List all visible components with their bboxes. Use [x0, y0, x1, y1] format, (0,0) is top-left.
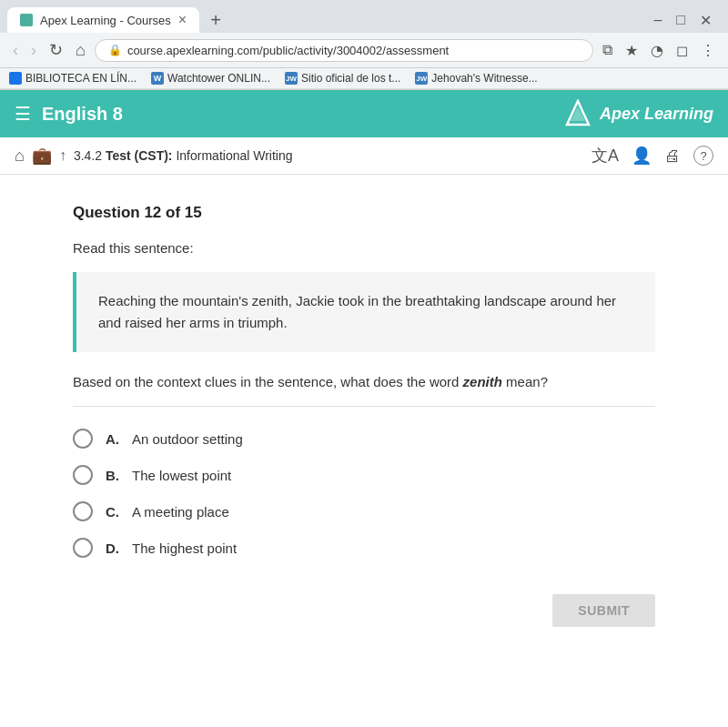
- option-d[interactable]: D. The highest point: [73, 538, 655, 558]
- minimize-button[interactable]: –: [648, 8, 667, 32]
- quote-block: Reaching the mountain's zenith, Jackie t…: [73, 272, 655, 352]
- options-list: A. An outdoor setting B. The lowest poin…: [73, 429, 655, 558]
- bookmark-jehovah[interactable]: JW Jehovah's Witnesse...: [415, 72, 537, 85]
- breadcrumb-right: 文A 👤 🖨 ?: [592, 145, 713, 167]
- breadcrumb-section-number: 3.4.2: [74, 148, 102, 163]
- option-a-letter: A.: [106, 431, 119, 447]
- bookmark-icon-watchtower: W: [151, 72, 164, 85]
- home-icon[interactable]: ⌂: [15, 146, 25, 166]
- new-tab-button[interactable]: +: [203, 10, 228, 31]
- radio-b[interactable]: [73, 465, 93, 485]
- bookmarks-bar: BIBLIOTECA EN LÍN... W Watchtower ONLIN.…: [0, 68, 728, 89]
- divider: [73, 406, 655, 407]
- tab-favicon: [20, 14, 33, 26]
- bookmark-biblioteca[interactable]: BIBLIOTECA EN LÍN...: [9, 72, 136, 85]
- option-d-text: The highest point: [132, 540, 237, 556]
- option-a-text: An outdoor setting: [132, 431, 243, 447]
- bookmark-icon-biblioteca: [9, 72, 22, 85]
- question-prompt: Read this sentence:: [73, 240, 655, 256]
- question-text-before: Based on the context clues in the senten…: [73, 374, 463, 389]
- apex-logo-text: Apex Learning: [600, 105, 713, 124]
- tab-bar: Apex Learning - Courses × + – □ ✕: [0, 0, 728, 33]
- breadcrumb-test-label: Test (CST):: [106, 148, 173, 163]
- bookmark-label-watchtower: Watchtower ONLIN...: [167, 72, 270, 85]
- active-tab[interactable]: Apex Learning - Courses ×: [7, 7, 199, 33]
- extensions-button[interactable]: ◔: [647, 40, 667, 61]
- url-text: course.apexlearning.com/public/activity/…: [127, 44, 449, 57]
- bookmark-watchtower[interactable]: W Watchtower ONLIN...: [151, 72, 270, 85]
- breadcrumb-bar: ⌂ 💼 ↑ 3.4.2 Test (CST): Informational Wr…: [0, 137, 728, 175]
- hamburger-menu-icon[interactable]: ☰: [15, 103, 31, 125]
- print-icon[interactable]: 🖨: [664, 146, 681, 166]
- share-button[interactable]: ⧉: [599, 40, 616, 60]
- bookmark-sitio[interactable]: JW Sitio oficial de los t...: [285, 72, 400, 85]
- tab-close-button[interactable]: ×: [178, 13, 187, 27]
- browser-chrome: Apex Learning - Courses × + – □ ✕ ‹ › ↻ …: [0, 0, 728, 90]
- nav-icons: ⧉ ★ ◔ ◻ ⋮: [599, 40, 719, 61]
- app-header: ☰ English 8 Apex Learning: [0, 90, 728, 137]
- tab-title: Apex Learning - Courses: [40, 14, 171, 27]
- bookmark-icon-jehovah: JW: [415, 72, 428, 85]
- maximize-button[interactable]: □: [671, 8, 691, 32]
- main-content: Question 12 of 15 Read this sentence: Re…: [0, 175, 728, 656]
- option-b-text: The lowest point: [132, 468, 231, 483]
- breadcrumb-subtitle: Informational Writing: [176, 148, 292, 163]
- briefcase-icon[interactable]: 💼: [32, 146, 52, 166]
- nav-bar: ‹ › ↻ ⌂ 🔒 course.apexlearning.com/public…: [0, 33, 728, 68]
- submit-area: SUBMIT: [73, 594, 655, 627]
- option-c[interactable]: C. A meeting place: [73, 501, 655, 521]
- question-header: Question 12 of 15: [73, 204, 655, 222]
- back-button[interactable]: ‹: [9, 39, 22, 62]
- lock-icon: 🔒: [108, 44, 122, 56]
- translate-icon[interactable]: 文A: [592, 145, 619, 167]
- apex-logo: Apex Learning: [563, 99, 713, 128]
- bookmark-icon-sitio: JW: [285, 72, 298, 85]
- radio-a[interactable]: [73, 429, 93, 449]
- option-b-letter: B.: [106, 468, 119, 483]
- option-c-letter: C.: [106, 504, 119, 520]
- window-controls: – □ ✕: [648, 8, 721, 33]
- help-icon[interactable]: ?: [693, 146, 713, 166]
- bookmark-label-sitio: Sitio oficial de los t...: [301, 72, 400, 85]
- breadcrumb-section: 3.4.2 Test (CST): Informational Writing: [74, 148, 293, 163]
- option-b[interactable]: B. The lowest point: [73, 465, 655, 485]
- apex-logo-icon: [563, 99, 592, 128]
- question-text-after: mean?: [502, 374, 548, 389]
- option-d-letter: D.: [106, 540, 119, 556]
- option-c-text: A meeting place: [132, 504, 229, 520]
- refresh-button[interactable]: ↻: [46, 38, 66, 62]
- radio-c[interactable]: [73, 501, 93, 521]
- close-window-button[interactable]: ✕: [694, 8, 717, 33]
- submit-button[interactable]: SUBMIT: [552, 594, 655, 627]
- option-a[interactable]: A. An outdoor setting: [73, 429, 655, 449]
- home-button[interactable]: ⌂: [72, 39, 89, 62]
- address-bar[interactable]: 🔒 course.apexlearning.com/public/activit…: [95, 39, 593, 62]
- profile-button[interactable]: ◻: [672, 40, 692, 61]
- forward-button[interactable]: ›: [27, 39, 40, 62]
- menu-button[interactable]: ⋮: [697, 40, 719, 61]
- bookmark-label-jehovah: Jehovah's Witnesse...: [431, 72, 537, 85]
- question-text: Based on the context clues in the senten…: [73, 374, 655, 389]
- radio-d[interactable]: [73, 538, 93, 558]
- person-icon[interactable]: 👤: [632, 146, 652, 166]
- breadcrumb-left: ⌂ 💼 ↑ 3.4.2 Test (CST): Informational Wr…: [15, 146, 293, 166]
- breadcrumb-arrow-icon: ↑: [59, 147, 66, 164]
- question-keyword: zenith: [463, 374, 502, 389]
- app-header-left: ☰ English 8: [15, 103, 123, 125]
- bookmark-label-biblioteca: BIBLIOTECA EN LÍN...: [25, 72, 136, 85]
- app-title: English 8: [42, 104, 123, 125]
- bookmark-star-button[interactable]: ★: [622, 40, 642, 61]
